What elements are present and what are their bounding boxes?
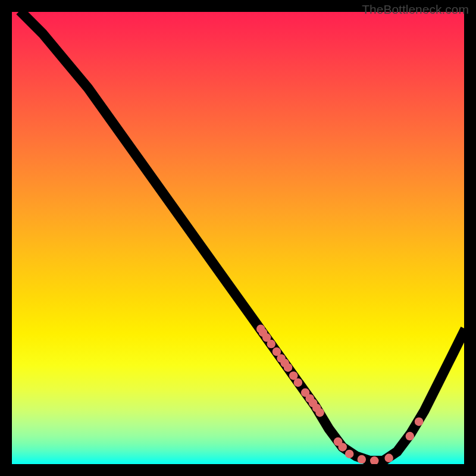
data-marker (384, 454, 393, 463)
data-marker (315, 408, 324, 417)
chart-container (11, 11, 465, 465)
data-marker (284, 363, 293, 372)
data-marker (338, 443, 347, 452)
data-marker (294, 378, 303, 387)
data-marker (345, 450, 354, 459)
chart-svg (11, 11, 465, 465)
data-marker (358, 455, 367, 464)
data-marker (406, 432, 415, 441)
watermark-label: TheBottleneck.com (362, 2, 469, 17)
data-marker (267, 340, 276, 349)
data-marker (370, 456, 379, 465)
bottleneck-curve (20, 11, 465, 461)
data-marker (415, 417, 424, 426)
